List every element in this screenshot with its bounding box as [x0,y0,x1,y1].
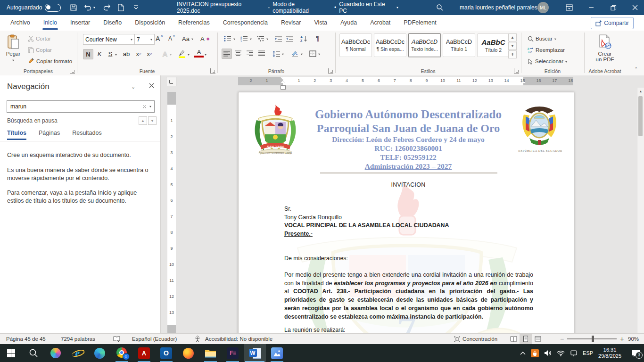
nav-tab-paginas[interactable]: Páginas [39,130,60,140]
accessibility-icon-wrap[interactable] [194,334,201,344]
cast-tray-icon[interactable] [570,350,578,356]
java-tray-icon[interactable] [531,349,539,357]
scrollbar-up-arrow[interactable]: ▲ [637,88,644,95]
copy-button[interactable]: Copiar [26,45,53,55]
strikethrough-button[interactable]: ab [122,49,131,58]
network-tray-icon[interactable] [557,350,565,356]
accessibility-status[interactable]: Accesibilidad: No disponible [205,334,272,344]
font-color-chevron[interactable]: ▾ [205,53,206,56]
close-button[interactable] [627,0,643,15]
align-center-button[interactable] [233,49,243,58]
h-ruler[interactable]: 21123456789101112131415161718 [238,77,573,85]
nav-tab-resultados[interactable]: Resultados [72,130,102,140]
show-marks-button[interactable]: ¶ [314,33,321,43]
tray-show-hidden-icons[interactable] [520,351,526,355]
outlook-icon[interactable]: O [155,344,177,362]
replace-button[interactable]: bc Reemplazar [526,45,566,55]
underline-button[interactable]: S [106,49,115,58]
styles-scroll-up[interactable]: ▲ [508,33,517,41]
word-count[interactable]: 7294 palabras [61,334,95,344]
quick-action-doc-button[interactable] [118,0,124,15]
navigation-search-box[interactable]: marun ▾ [7,100,155,113]
zoom-out-button[interactable]: − [560,335,564,343]
saved-location[interactable]: Guardado en Este PC [339,1,394,14]
styles-scroll-down[interactable]: ▼ [508,42,517,50]
navigation-close-button[interactable] [149,83,154,88]
language-tray-indicator[interactable]: ESP [583,350,593,356]
zoom-in-button[interactable]: + [620,335,624,343]
tab-revisar[interactable]: Revisar [274,16,307,30]
clipboard-dialog-launcher[interactable] [70,68,75,74]
decrease-indent-button[interactable] [273,33,283,44]
tab-stop-selector[interactable] [166,77,176,86]
ribbon-display-options-button[interactable] [561,0,577,15]
justify-button[interactable] [257,49,266,58]
redo-button[interactable] [103,0,111,15]
superscript-button[interactable]: x2 [145,49,154,58]
style-titulo-2[interactable]: AaBbC Título 2 [477,33,510,57]
search-options-chevron[interactable]: ▾ [149,105,154,108]
taskbar-search-button[interactable] [22,344,44,362]
zoom-percentage[interactable]: 90% [628,334,639,344]
autosave-toggle[interactable] [45,0,61,15]
focus-button[interactable]: Concentración [454,334,497,344]
photos-icon[interactable] [266,344,288,362]
tab-archivo[interactable]: Archivo [4,16,37,30]
next-result-button[interactable]: ▼ [148,116,157,125]
style-texto-independiente[interactable]: AaBbCcD Texto inde... [408,33,441,57]
paste-button[interactable]: Pegar ▾ [3,32,24,62]
underline-chevron[interactable]: ▾ [115,53,117,56]
search-clear-button[interactable] [140,105,149,109]
tab-pdfelement[interactable]: PDFelement [397,16,443,30]
internet-explorer-icon[interactable]: e [66,344,89,362]
chrome-icon[interactable]: ☺ [111,344,133,362]
style-titulo-1[interactable]: AaBbCcD Título 1 [443,33,475,57]
tab-acrobat[interactable]: Acrobat [363,16,397,30]
style-sin-espaciado[interactable]: AaBbCcDc ¶ Sin espa... [374,33,406,57]
restore-button[interactable] [605,0,621,15]
style-normal[interactable]: AaBbCcDc ¶ Normal [339,33,372,57]
sort-button[interactable]: AZ [299,33,309,44]
tab-vista[interactable]: Vista [307,16,334,30]
save-button[interactable] [70,0,77,15]
account-name[interactable]: maria lourdes peñafiel parrales [460,0,537,15]
tab-correspondencia[interactable]: Correspondencia [216,16,274,30]
font-color-button[interactable]: A [194,49,204,58]
clear-format-button[interactable]: A◆ [199,33,211,44]
start-button[interactable] [0,344,22,362]
font-family-select[interactable]: Courier New▾ [83,34,135,45]
customize-qat-button[interactable] [133,0,139,15]
tab-ayuda[interactable]: Ayuda [334,16,363,30]
styles-more-button[interactable]: ⇟ [508,50,517,58]
subscript-button[interactable]: x2 [134,49,143,58]
text-effects-button[interactable]: A [160,49,170,58]
acrobat-icon[interactable]: A [133,344,155,362]
font-size-select[interactable]: 7▾ [134,34,155,45]
italic-button[interactable]: K [95,49,104,58]
zoom-slider[interactable] [567,338,617,339]
cut-button[interactable]: Cortar [26,33,52,44]
highlight-button[interactable] [177,49,187,58]
share-button[interactable]: Compartir [591,17,634,29]
edge-icon[interactable] [89,344,111,362]
page-indicator[interactable]: Página 45 de 45 [6,334,46,344]
proofing-status[interactable] [113,334,120,344]
zoom-slider-thumb[interactable] [592,336,594,342]
volume-tray-icon[interactable] [544,350,552,356]
select-button[interactable]: Seleccionar▾ [526,56,569,66]
tab-insertar[interactable]: Insertar [64,16,97,30]
styles-dialog-launcher[interactable] [514,68,519,74]
line-spacing-button[interactable]: ▾ [271,49,285,59]
collapse-ribbon-button[interactable]: ⌃ [634,66,638,72]
multilevel-list-button[interactable]: ▾ [256,33,270,44]
search-button[interactable] [436,0,444,15]
vertical-scrollbar[interactable]: ▲ [637,88,644,333]
shading-button[interactable]: ▾ [289,49,304,59]
hanging-indent-marker[interactable] [281,81,285,83]
web-layout-button[interactable] [532,334,544,344]
highlight-chevron[interactable]: ▾ [188,53,190,56]
align-right-button[interactable] [245,49,255,58]
v-ruler[interactable]: 12345678910111213 [167,92,176,333]
find-button[interactable]: Buscar▾ [526,33,558,44]
account-avatar[interactable]: ML [537,0,549,15]
